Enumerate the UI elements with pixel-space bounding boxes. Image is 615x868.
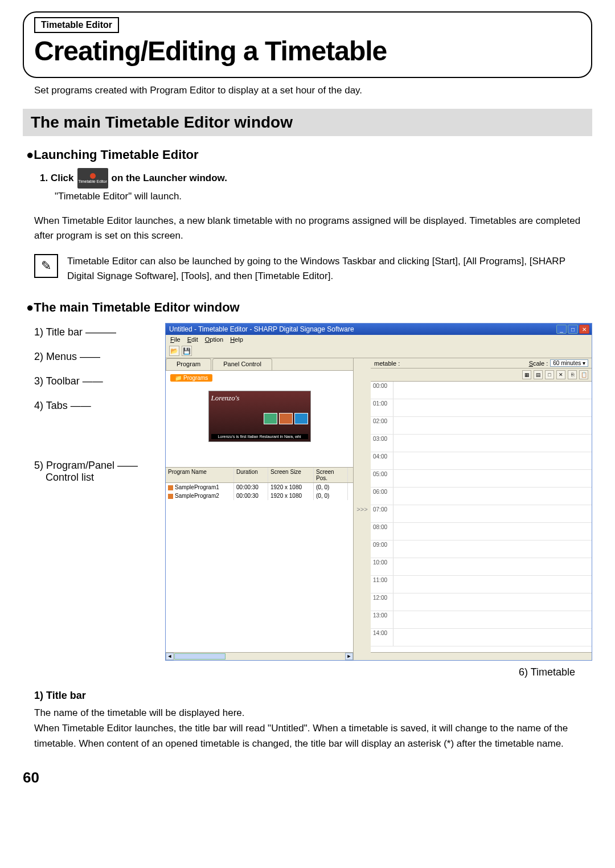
section-tag: Timetable Editor [34,17,119,33]
title-bar-text: Untitled - Timetable Editor - SHARP Digi… [169,325,354,333]
tab-program[interactable]: Program [166,358,211,370]
col-duration[interactable]: Duration [234,468,268,482]
thumbnail-logo: Lorenzo's [211,394,308,403]
copy-icon[interactable]: ⎘ [568,370,577,379]
desc-heading: 1) Title bar [34,690,592,702]
time-row[interactable]: 10:00 [371,558,592,576]
launcher-icon-label: Timetable Editor [78,179,107,183]
launching-heading: ●Launching Timetable Editor [26,148,592,162]
timetable-editor-launcher-icon: Timetable Editor [77,168,108,189]
tool-icon-2[interactable]: ▤ [534,370,543,379]
paste-icon[interactable]: 📋 [579,370,588,379]
time-row[interactable]: 01:00 [371,399,592,417]
tool-icon-1[interactable]: ▦ [522,370,531,379]
time-row[interactable]: 09:00 [371,541,592,558]
callout-column: 1) Title bar ——— 2) Menus —— 3) Toolbar … [34,323,165,496]
time-row[interactable]: 02:00 [371,417,592,435]
intro-text: Set programs created with Program Editor… [34,85,592,96]
tip-box: ✎ Timetable Editor can also be launched … [34,254,592,283]
col-screen-pos[interactable]: Screen Pos. [314,468,348,482]
folder-icon: 📁 [175,375,182,381]
col-screen-size[interactable]: Screen Size [268,468,314,482]
expand-button[interactable]: >>> [354,358,371,660]
callout-timetable: 6) Timetable [23,666,575,678]
minimize-button[interactable]: _ [556,325,567,334]
title-bar[interactable]: Untitled - Timetable Editor - SHARP Digi… [166,324,592,335]
preview-area: 📁 Programs Lorenzo's Lorenzo's is first … [166,371,353,468]
delete-icon[interactable]: ✕ [556,370,565,379]
callout-program-panel: 5) Program/Panel —— Control list [34,460,165,484]
section-banner: The main Timetable Editor window [23,109,592,136]
timetable-label: metable : [374,360,400,367]
program-thumbnail[interactable]: Lorenzo's Lorenzo's is first Italian Res… [208,391,311,442]
launch-description: When Timetable Editor launches, a new bl… [34,214,592,243]
timetable-scrollbar[interactable] [371,652,592,660]
left-panel: Program Panel Control 📁 Programs Lorenzo… [166,358,354,660]
page-header-box: Timetable Editor Creating/Editing a Time… [23,11,592,78]
timetable-panel: metable : Scale : 60 minutes ▾ ▦ ▤ □ ✕ ⎘… [371,358,592,660]
toolbar: 📂 💾 [166,344,592,358]
launcher-dot-icon [90,173,96,179]
horizontal-scrollbar[interactable]: ◄ ► [166,652,353,660]
menu-help[interactable]: Help [230,336,243,343]
maximize-button[interactable]: □ [568,325,578,334]
step-prefix: 1. Click [40,173,74,184]
time-row[interactable]: 08:00 [371,523,592,541]
tabs-row: Program Panel Control [166,358,353,371]
menu-file[interactable]: FFileile [170,336,181,343]
tip-text: Timetable Editor can also be launched by… [67,254,592,283]
menu-bar[interactable]: FFileile Edit Option Help [166,335,592,344]
close-button[interactable]: ✕ [579,325,589,334]
time-row[interactable]: 06:00 [371,488,592,505]
step-suffix: on the Launcher window. [112,173,227,184]
step-1: 1. Click Timetable Editor on the Launche… [40,168,592,189]
table-row[interactable]: SampleProgram200:00:301920 x 1080(0, 0) [166,492,353,500]
save-icon[interactable]: 💾 [182,346,192,356]
step-1-result: "Timetable Editor" will launch. [55,191,592,202]
time-row[interactable]: 00:00 [371,382,592,399]
tip-icon: ✎ [34,254,58,278]
time-row[interactable]: 14:00 [371,629,592,646]
table-row[interactable]: SampleProgram100:00:301920 x 1080(0, 0) [166,483,353,492]
time-row[interactable]: 12:00 [371,593,592,611]
callout-menus: 2) Menus —— [34,351,165,363]
tab-panel-control[interactable]: Panel Control [212,358,272,370]
time-row[interactable]: 04:00 [371,452,592,470]
page-number: 60 [23,769,592,787]
scroll-left-icon[interactable]: ◄ [166,653,174,660]
col-program-name[interactable]: Program Name [166,468,234,482]
screenshot-diagram: 1) Title bar ——— 2) Menus —— 3) Toolbar … [34,323,592,661]
time-row[interactable]: 11:00 [371,576,592,593]
time-row[interactable]: 03:00 [371,435,592,452]
tool-icon-3[interactable]: □ [545,370,554,379]
page-title: Creating/Editing a Timetable [34,35,581,67]
thumbnail-caption: Lorenzo's is first Italian Restaurant in… [211,434,308,439]
callout-tabs: 4) Tabs —— [34,400,165,412]
open-icon[interactable]: 📂 [169,346,179,356]
callout-toolbar: 3) Toolbar —— [34,375,165,387]
scroll-right-icon[interactable]: ► [345,653,353,660]
program-list: Program Name Duration Screen Size Screen… [166,468,353,660]
menu-edit[interactable]: Edit [187,336,198,343]
programs-chip[interactable]: 📁 Programs [170,374,212,382]
menu-option[interactable]: Option [205,336,223,343]
main-window-heading: ●The main Timetable Editor window [26,300,592,315]
time-row[interactable]: 05:00 [371,470,592,488]
app-window: Untitled - Timetable Editor - SHARP Digi… [165,323,592,661]
callout-title-bar: 1) Title bar ——— [34,326,165,338]
scale-select[interactable]: 60 minutes ▾ [550,359,588,367]
time-grid[interactable]: 00:0001:0002:0003:0004:0005:0006:0007:00… [371,382,592,652]
time-row[interactable]: 07:00 [371,505,592,523]
time-row[interactable]: 13:00 [371,611,592,629]
desc-text: The name of the timetable will be displa… [34,705,581,752]
